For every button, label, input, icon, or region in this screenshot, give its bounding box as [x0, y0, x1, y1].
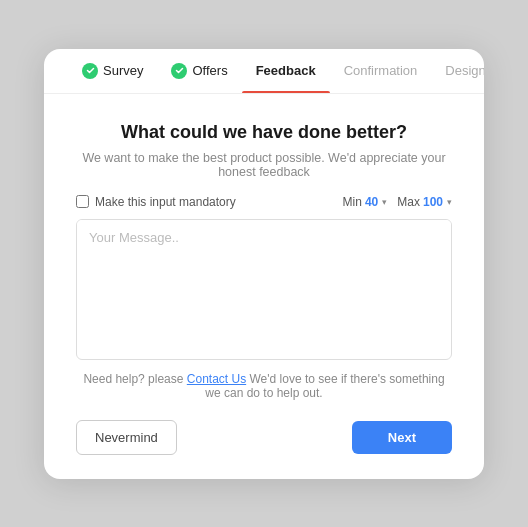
help-text-before: Need help? please: [83, 372, 186, 386]
max-label: Max: [397, 195, 420, 209]
max-chevron-icon: ▾: [447, 197, 452, 207]
max-value: 100: [423, 195, 443, 209]
confirmation-label: Confirmation: [344, 63, 418, 78]
feedback-label: Feedback: [256, 63, 316, 78]
mandatory-checkbox-label[interactable]: Make this input mandatory: [76, 195, 236, 209]
min-value: 40: [365, 195, 378, 209]
message-textarea-wrap: [76, 219, 452, 360]
offers-label: Offers: [192, 63, 227, 78]
min-max-controls: Min 40 ▾ Max 100 ▾: [343, 195, 452, 209]
next-button[interactable]: Next: [352, 421, 452, 454]
main-content: What could we have done better? We want …: [44, 94, 484, 479]
nav-item-offers[interactable]: Offers: [157, 49, 241, 93]
mandatory-checkbox[interactable]: [76, 195, 89, 208]
min-chevron-icon: ▾: [382, 197, 387, 207]
min-control[interactable]: Min 40 ▾: [343, 195, 388, 209]
question-title: What could we have done better?: [76, 122, 452, 143]
design-label: Design: [445, 63, 484, 78]
message-textarea[interactable]: [77, 220, 451, 340]
contact-us-link[interactable]: Contact Us: [187, 372, 246, 386]
nav-item-survey[interactable]: Survey: [68, 49, 157, 93]
options-row: Make this input mandatory Min 40 ▾ Max 1…: [76, 195, 452, 209]
nav-item-feedback[interactable]: Feedback: [242, 49, 330, 92]
min-label: Min: [343, 195, 362, 209]
max-control[interactable]: Max 100 ▾: [397, 195, 452, 209]
nav-item-design[interactable]: Design: [431, 49, 484, 92]
question-subtitle: We want to make the best product possibl…: [76, 151, 452, 179]
survey-check-icon: [82, 63, 98, 79]
survey-label: Survey: [103, 63, 143, 78]
nevermind-button[interactable]: Nevermind: [76, 420, 177, 455]
help-text: Need help? please Contact Us We'd love t…: [76, 372, 452, 400]
offers-check-icon: [171, 63, 187, 79]
main-card: Survey Offers Feedback Confirmation Desi…: [44, 49, 484, 479]
footer-buttons: Nevermind Next: [76, 420, 452, 455]
step-nav: Survey Offers Feedback Confirmation Desi…: [44, 49, 484, 94]
mandatory-label-text: Make this input mandatory: [95, 195, 236, 209]
nav-item-confirmation[interactable]: Confirmation: [330, 49, 432, 92]
